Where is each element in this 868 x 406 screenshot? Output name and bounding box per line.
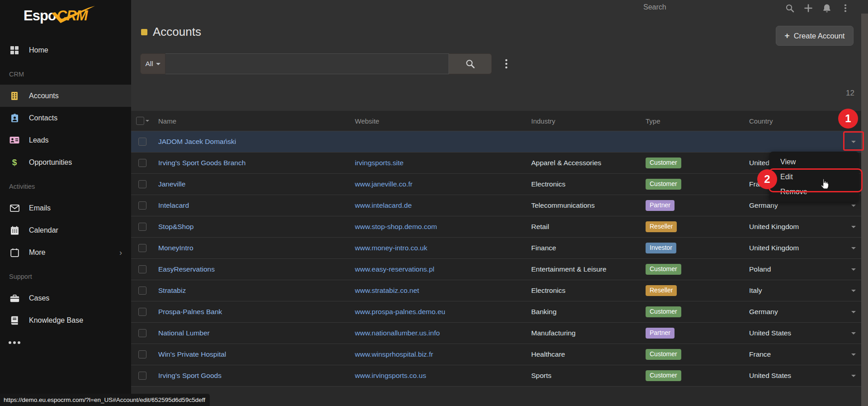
sidebar-item-more-entities[interactable]: [0, 331, 131, 353]
list-search-button[interactable]: [449, 53, 492, 74]
book-icon: [9, 316, 20, 325]
row-website-link[interactable]: irvingsports.site: [355, 159, 404, 167]
table-row[interactable]: National Lumber www.nationallumber.us.in…: [131, 323, 861, 344]
row-checkbox[interactable]: [138, 244, 146, 252]
table-row[interactable]: Irving's Sport Goods www.irvingsports.co…: [131, 365, 861, 387]
sidebar-item-calendar[interactable]: Calendar: [0, 219, 131, 241]
row-website-link[interactable]: www.janeville.co.fr: [355, 180, 413, 188]
row-name-link[interactable]: MoneyIntro: [158, 244, 193, 252]
notifications-bell-icon[interactable]: [822, 4, 831, 13]
table-row[interactable]: Stratabiz www.stratabiz.co.net Electroni…: [131, 280, 861, 301]
row-website-link[interactable]: www.intelacard.de: [355, 201, 412, 209]
menu-item-edit[interactable]: Edit: [769, 169, 859, 184]
row-checkbox[interactable]: [138, 308, 146, 316]
column-header-country[interactable]: Country: [749, 117, 845, 125]
sidebar-item-knowledge-base[interactable]: Knowledge Base: [0, 309, 131, 331]
sidebar-item-home[interactable]: Home: [0, 39, 131, 61]
global-search-input[interactable]: Search: [643, 3, 666, 11]
table-row[interactable]: Prospa-Palnes Bank www.prospa-palnes.dem…: [131, 301, 861, 323]
row-actions-caret-icon[interactable]: [851, 205, 856, 207]
row-website-link[interactable]: www.nationallumber.us.info: [355, 329, 440, 337]
type-badge: Partner: [646, 200, 675, 210]
row-actions-caret-icon[interactable]: [851, 353, 856, 356]
sidebar-nav: Home CRM Accounts Contacts Leads: [0, 32, 131, 353]
row-checkbox[interactable]: [138, 201, 146, 210]
list-search-input[interactable]: [165, 53, 449, 74]
row-checkbox[interactable]: [138, 372, 146, 380]
table-row[interactable]: Win's Private Hospital www.winsprhospita…: [131, 344, 861, 365]
annotation-step-1: 1: [838, 109, 858, 129]
row-actions-caret-icon[interactable]: [851, 290, 856, 292]
scrollbar[interactable]: [861, 14, 868, 406]
sidebar-item-label: Knowledge Base: [29, 316, 83, 325]
row-name-link[interactable]: EasyReservations: [158, 265, 215, 273]
list-options-kebab-icon[interactable]: [502, 55, 511, 73]
row-checkbox[interactable]: [138, 159, 146, 167]
row-name-link[interactable]: JADOM Jacek Domański: [158, 138, 236, 145]
quick-create-plus-icon[interactable]: [804, 4, 813, 13]
filter-dropdown-button[interactable]: All: [140, 53, 165, 74]
row-industry: Manufacturing: [531, 329, 646, 337]
row-website-link[interactable]: www.winsprhospital.biz.fr: [355, 350, 433, 358]
row-website-link[interactable]: www.money-intro.co.uk: [355, 244, 427, 252]
table-row[interactable]: Stop&Shop www.stop-shop.demo.com Retail …: [131, 216, 861, 238]
sidebar-item-contacts[interactable]: Contacts: [0, 107, 131, 129]
menu-kebab-icon[interactable]: [841, 4, 850, 13]
table-row[interactable]: Irving's Sport Goods Branch irvingsports…: [131, 153, 861, 174]
column-header-website[interactable]: Website: [355, 117, 531, 125]
row-actions-caret-icon[interactable]: [851, 375, 856, 377]
row-actions-caret-icon[interactable]: [851, 141, 856, 143]
row-name-link[interactable]: Prospa-Palnes Bank: [158, 308, 222, 315]
row-name-link[interactable]: Stop&Shop: [158, 223, 193, 230]
row-actions-caret-icon[interactable]: [851, 268, 856, 271]
row-name-link[interactable]: Win's Private Hospital: [158, 350, 226, 358]
row-checkbox[interactable]: [138, 287, 146, 295]
row-actions-caret-icon[interactable]: [851, 247, 856, 249]
select-actions-caret-icon[interactable]: [146, 120, 149, 122]
table-row[interactable]: Intelacard www.intelacard.de Telecommuni…: [131, 195, 861, 216]
row-name-link[interactable]: Janeville: [158, 180, 185, 188]
sidebar-item-opportunities[interactable]: $ Opportunities: [0, 151, 131, 173]
row-website-link[interactable]: www.irvingsports.co.us: [355, 372, 426, 379]
table-row[interactable]: Janeville www.janeville.co.fr Electronic…: [131, 174, 861, 195]
row-website-link[interactable]: www.prospa-palnes.demo.eu: [355, 308, 445, 315]
menu-item-remove[interactable]: Remove: [769, 184, 859, 199]
sidebar-item-accounts[interactable]: Accounts: [0, 85, 131, 107]
row-website-link[interactable]: www.stratabiz.co.net: [355, 287, 419, 294]
table-row[interactable]: JADOM Jacek Domański: [131, 131, 861, 153]
row-name-link[interactable]: Stratabiz: [158, 287, 186, 294]
row-checkbox[interactable]: [138, 265, 146, 273]
row-country: France: [749, 350, 845, 358]
sidebar-item-more[interactable]: More ›: [0, 241, 131, 263]
table-row[interactable]: MoneyIntro www.money-intro.co.uk Finance…: [131, 238, 861, 259]
row-checkbox[interactable]: [138, 138, 146, 146]
search-icon[interactable]: [785, 4, 794, 13]
row-actions-caret-icon[interactable]: [851, 311, 856, 313]
row-name-link[interactable]: Intelacard: [158, 201, 189, 209]
espocrm-logo[interactable]: Espo CRM: [0, 0, 131, 32]
table-row[interactable]: EasyReservations www.easy-reservations.p…: [131, 259, 861, 280]
calendar-icon: [9, 226, 20, 235]
row-website-link[interactable]: www.stop-shop.demo.com: [355, 223, 437, 230]
column-header-type[interactable]: Type: [646, 117, 749, 125]
row-actions-caret-icon[interactable]: [851, 332, 856, 334]
row-checkbox[interactable]: [138, 329, 146, 337]
row-checkbox[interactable]: [138, 350, 146, 358]
row-name-link[interactable]: Irving's Sport Goods Branch: [158, 159, 245, 167]
row-website-link[interactable]: www.easy-reservations.pl: [355, 265, 434, 273]
row-actions-caret-icon[interactable]: [851, 226, 856, 228]
row-name-link[interactable]: National Lumber: [158, 329, 210, 337]
sidebar-item-emails[interactable]: Emails: [0, 197, 131, 219]
select-all-checkbox[interactable]: [136, 117, 144, 125]
type-badge: Investor: [646, 243, 676, 253]
row-checkbox[interactable]: [138, 223, 146, 231]
sidebar-item-leads[interactable]: Leads: [0, 129, 131, 151]
calendar-outline-icon: [9, 248, 20, 257]
column-header-name[interactable]: Name: [154, 117, 355, 125]
column-header-industry[interactable]: Industry: [531, 117, 646, 125]
row-name-link[interactable]: Irving's Sport Goods: [158, 372, 222, 379]
sidebar-item-cases[interactable]: Cases: [0, 287, 131, 309]
create-account-button[interactable]: + Create Account: [776, 26, 854, 46]
menu-item-view[interactable]: View: [769, 154, 859, 169]
row-checkbox[interactable]: [138, 180, 146, 188]
